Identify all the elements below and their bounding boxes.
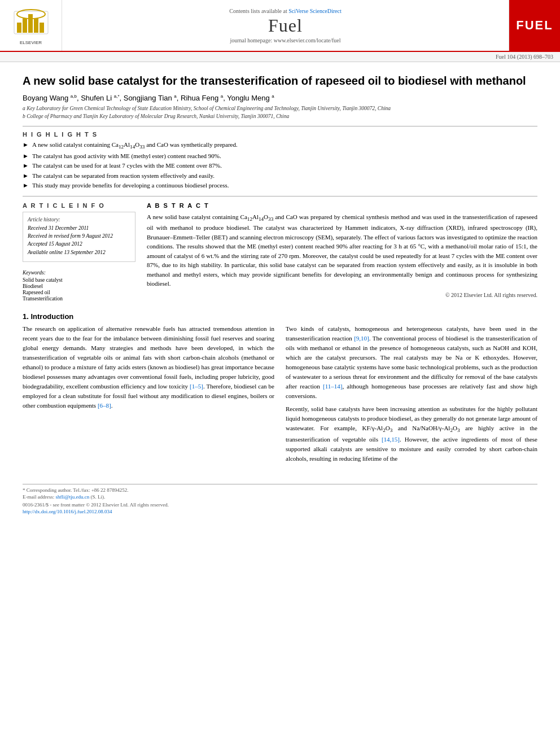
authors: Boyang Wang a,b, Shufen Li a,*, Songjian… <box>23 94 537 102</box>
corresponding-author-note: * Corresponding author. Tel./fax: +86 22… <box>23 487 537 493</box>
highlight-arrow-4: ► <box>23 172 29 180</box>
abstract-label: A B S T R A C T <box>147 202 537 209</box>
keyword-4: Transesterification <box>23 296 135 302</box>
svg-rect-5 <box>40 23 44 33</box>
right-column: A B S T R A C T A new solid base catalys… <box>147 202 537 304</box>
ref-6-8[interactable]: [6–8] <box>98 402 111 409</box>
sciverse-link[interactable]: SciVerse ScienceDirect <box>288 8 342 14</box>
highlight-text-3: The catalyst can be used for at least 7 … <box>32 161 222 170</box>
highlight-arrow-1: ► <box>23 141 29 149</box>
fuel-logo-text: FUEL <box>516 18 553 33</box>
keywords-label: Keywords: <box>23 270 135 276</box>
svg-rect-4 <box>34 18 38 33</box>
intro-two-col: The research on application of alternati… <box>23 324 537 467</box>
footer-bottom: 0016-2361/$ - see front matter © 2012 El… <box>23 502 537 514</box>
highlights-section: H I G H L I G H T S ► A new solid cataly… <box>23 131 537 190</box>
highlight-text-2: The catalyst has good activity with ME (… <box>32 152 221 160</box>
keywords-box: Keywords: Solid base catalyst Biodiesel … <box>23 268 135 304</box>
page-footer: * Corresponding author. Tel./fax: +86 22… <box>23 484 537 514</box>
journal-title: Fuel <box>268 15 303 36</box>
doi-line[interactable]: http://dx.doi.org/10.1016/j.fuel.2012.08… <box>23 509 537 514</box>
ref-14-15[interactable]: [14,15] <box>382 436 400 443</box>
intro-left-text: The research on application of alternati… <box>23 324 274 410</box>
online-date: Available online 13 September 2012 <box>28 249 130 256</box>
ref-1-5[interactable]: [1–5] <box>190 383 203 390</box>
main-content: A new solid base catalyst for the transe… <box>0 62 560 478</box>
intro-right-text-1: Two kinds of catalysts, homogeneous and … <box>286 324 537 401</box>
intro-right-col: Two kinds of catalysts, homogeneous and … <box>286 324 537 467</box>
svg-rect-1 <box>17 23 21 33</box>
svg-rect-3 <box>28 14 33 33</box>
keyword-3: Rapeseed oil <box>23 290 135 295</box>
revised-date: Received in revised form 9 August 2012 <box>28 233 130 239</box>
intro-right-text-2: Recently, solid base catalysts have been… <box>286 404 537 464</box>
email-suffix: (S. Li). <box>89 494 105 500</box>
affiliation-a: a Key Laboratory for Green Chemical Tech… <box>23 105 537 112</box>
email-note: E-mail address: shfli@tju.edu.cn (S. Li)… <box>23 494 537 500</box>
highlight-text-5: This study may provide benefits for deve… <box>32 181 229 190</box>
ref-11-14[interactable]: [11–14] <box>323 383 342 390</box>
author-email-link[interactable]: shfli@tju.edu.cn <box>55 494 89 500</box>
highlight-arrow-3: ► <box>23 161 29 170</box>
intro-left-col: The research on application of alternati… <box>23 324 274 467</box>
introduction-section: 1. Introduction The research on applicat… <box>23 312 537 467</box>
article-info-label: A R T I C L E I N F O <box>23 202 135 209</box>
article-history-box: Article history: Received 31 December 20… <box>23 212 135 262</box>
highlight-text-4: The catalyst can be separated from react… <box>32 172 215 180</box>
elsevier-wordmark: ELSEVIER <box>11 40 51 45</box>
elsevier-logo: ELSEVIER <box>0 0 62 51</box>
highlight-item-2: ► The catalyst has good activity with ME… <box>23 152 537 160</box>
journal-info: Contents lists available at SciVerse Sci… <box>62 0 509 51</box>
article-info-abstract-row: A R T I C L E I N F O Article history: R… <box>23 202 537 304</box>
svg-rect-2 <box>23 18 27 33</box>
affiliations: a Key Laboratory for Green Chemical Tech… <box>23 105 537 120</box>
article-title: A new solid base catalyst for the transe… <box>23 73 537 88</box>
highlight-text-1: A new solid catalyst containing Ca12Al14… <box>32 141 238 151</box>
accepted-date: Accepted 15 August 2012 <box>28 241 130 247</box>
received-date: Received 31 December 2011 <box>28 225 130 231</box>
journal-homepage: journal homepage: www.elsevier.com/locat… <box>230 37 341 43</box>
highlight-item-1: ► A new solid catalyst containing Ca12Al… <box>23 141 537 151</box>
journal-header: ELSEVIER Contents lists available at Sci… <box>0 0 560 52</box>
ref-9-10[interactable]: [9,10] <box>354 335 369 342</box>
rule-2 <box>23 196 537 196</box>
affiliation-b: b College of Pharmacy and Tianjin Key La… <box>23 113 537 120</box>
highlight-arrow-2: ► <box>23 152 29 160</box>
intro-heading: 1. Introduction <box>23 312 537 321</box>
rule-1 <box>23 126 537 126</box>
highlights-label: H I G H L I G H T S <box>23 131 537 138</box>
elsevier-logo-svg <box>11 6 51 37</box>
highlight-item-5: ► This study may provide benefits for de… <box>23 181 537 190</box>
issn-line: 0016-2361/$ - see front matter © 2012 El… <box>23 502 537 508</box>
citation-text: Fuel 104 (2013) 698–703 <box>496 54 553 60</box>
copyright-line: © 2012 Elsevier Ltd. All rights reserved… <box>147 292 537 298</box>
highlight-item-4: ► The catalyst can be separated from rea… <box>23 172 537 180</box>
abstract-text: A new solid base catalyst containing Ca1… <box>147 212 537 289</box>
highlight-arrow-5: ► <box>23 181 29 190</box>
left-column: A R T I C L E I N F O Article history: R… <box>23 202 135 304</box>
email-label: E-mail address: <box>23 494 55 500</box>
keyword-1: Solid base catalyst <box>23 277 135 283</box>
citation-bar: Fuel 104 (2013) 698–703 <box>0 52 560 62</box>
history-label: Article history: <box>28 217 130 222</box>
sciverse-text: Contents lists available at SciVerse Sci… <box>229 8 342 14</box>
keyword-2: Biodiesel <box>23 283 135 289</box>
page: ELSEVIER Contents lists available at Sci… <box>0 0 560 747</box>
fuel-logo-box: FUEL <box>509 0 560 51</box>
highlight-item-3: ► The catalyst can be used for at least … <box>23 161 537 170</box>
